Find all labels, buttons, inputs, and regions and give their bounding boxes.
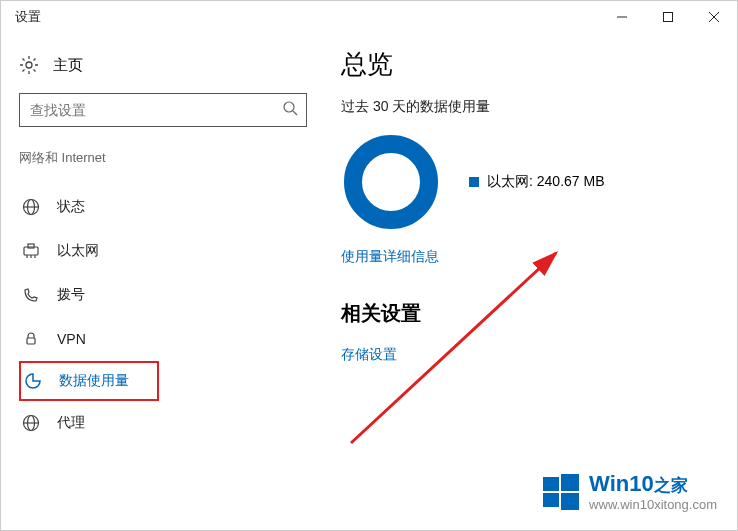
window-title: 设置 (15, 8, 41, 26)
svg-rect-24 (561, 493, 579, 510)
close-button[interactable] (691, 1, 737, 33)
related-heading: 相关设置 (341, 300, 737, 327)
period-text: 过去 30 天的数据使用量 (341, 98, 737, 116)
proxy-icon (21, 413, 41, 433)
sidebar-item-dialup[interactable]: 拨号 (19, 273, 209, 317)
svg-rect-22 (561, 474, 579, 491)
watermark-brand: Win10 (589, 471, 654, 496)
storage-settings-link[interactable]: 存储设置 (341, 346, 397, 364)
svg-rect-15 (27, 338, 35, 344)
sidebar-item-proxy[interactable]: 代理 (19, 401, 209, 445)
phone-icon (21, 285, 41, 305)
window-controls (599, 1, 737, 33)
watermark: Win10之家 www.win10xitong.com (543, 471, 717, 512)
usage-chart-row: 以太网: 240.67 MB (341, 132, 737, 232)
home-button[interactable]: 主页 (19, 51, 209, 93)
sidebar-item-data-usage[interactable]: 数据使用量 (19, 361, 159, 401)
sidebar-item-label: VPN (57, 331, 86, 347)
sidebar-item-status[interactable]: 状态 (19, 185, 209, 229)
usage-donut-chart (341, 132, 441, 232)
ethernet-icon (21, 241, 41, 261)
gear-icon (19, 55, 39, 75)
usage-details-link[interactable]: 使用量详细信息 (341, 248, 439, 266)
sidebar-item-label: 代理 (57, 414, 85, 432)
watermark-url: www.win10xitong.com (589, 497, 717, 512)
sidebar-item-label: 拨号 (57, 286, 85, 304)
main-content: 总览 过去 30 天的数据使用量 以太网: 240.67 MB 使用量详细信息 … (221, 33, 737, 530)
sidebar-item-vpn[interactable]: VPN (19, 317, 209, 361)
category-label: 网络和 Internet (19, 149, 209, 167)
sidebar-item-ethernet[interactable]: 以太网 (19, 229, 209, 273)
svg-rect-1 (664, 13, 673, 22)
vpn-icon (21, 329, 41, 349)
svg-point-4 (26, 62, 32, 68)
svg-rect-23 (543, 493, 559, 507)
sidebar-item-label: 以太网 (57, 242, 99, 260)
titlebar: 设置 (1, 1, 737, 33)
sidebar: 主页 网络和 Internet 状态 (1, 33, 221, 530)
globe-icon (21, 197, 41, 217)
windows-logo-icon (543, 474, 579, 510)
watermark-suffix: 之家 (654, 476, 688, 495)
svg-rect-21 (543, 477, 559, 491)
page-title: 总览 (341, 47, 737, 82)
home-label: 主页 (53, 56, 83, 75)
maximize-button[interactable] (645, 1, 691, 33)
data-usage-icon (23, 371, 43, 391)
legend-label: 以太网: 240.67 MB (487, 173, 605, 191)
sidebar-item-label: 状态 (57, 198, 85, 216)
minimize-button[interactable] (599, 1, 645, 33)
svg-point-19 (353, 144, 429, 220)
legend-item-ethernet: 以太网: 240.67 MB (469, 173, 605, 191)
sidebar-item-label: 数据使用量 (59, 372, 129, 390)
legend-swatch (469, 177, 479, 187)
